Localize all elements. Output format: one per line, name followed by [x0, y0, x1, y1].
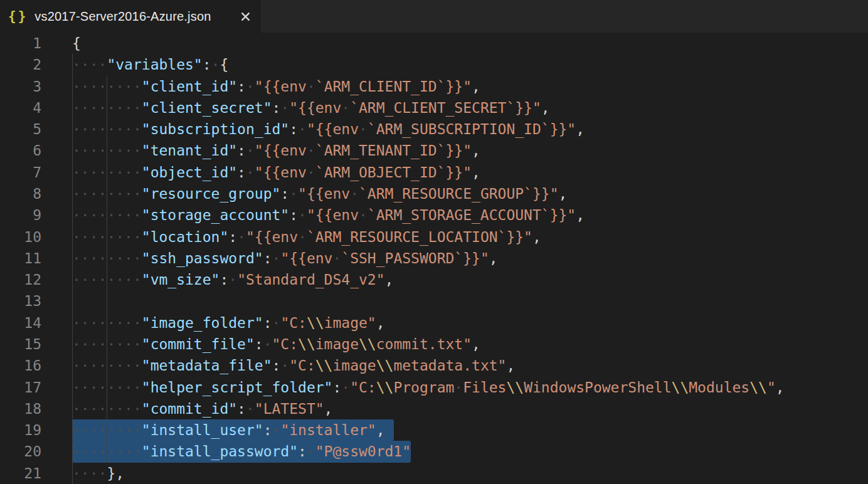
whitespace-dots: ········: [72, 271, 142, 288]
code-line[interactable]: 2····"variables":·{: [0, 54, 868, 75]
json-punctuation: ,: [472, 78, 480, 95]
whitespace-dots: ·: [341, 379, 350, 396]
json-escape: \\: [506, 379, 524, 396]
code-line-content: ········"client_id":·"{{env·`ARM_CLIENT_…: [72, 76, 480, 97]
code-line[interactable]: 12········"vm_size":·"Standard_DS4_v2",: [0, 269, 868, 290]
json-key: "image_folder": [142, 315, 263, 331]
line-number[interactable]: 7: [0, 162, 41, 183]
json-key: "object_id": [142, 164, 237, 181]
line-number[interactable]: 13: [0, 290, 41, 312]
whitespace-dots: ····: [72, 56, 107, 73]
whitespace-dots: ·: [280, 357, 289, 374]
json-key: "metadata_file": [142, 357, 272, 374]
line-number[interactable]: 2: [0, 54, 41, 75]
line-number[interactable]: 21: [0, 463, 41, 484]
json-string: `ARM_RESOURCE_GROUP`}}": [359, 186, 559, 202]
json-punctuation: :: [289, 121, 298, 137]
line-number[interactable]: 20: [0, 441, 41, 462]
json-punctuation: :: [220, 271, 228, 288]
whitespace-dots: ·: [246, 164, 255, 181]
json-escape: \\: [359, 336, 376, 352]
json-key: "helper_script_folder": [142, 379, 333, 396]
whitespace-dots: ········: [72, 121, 142, 137]
json-punctuation: :: [237, 401, 246, 417]
code-line-content: ········"location":·"{{env·`ARM_RESOURCE…: [72, 226, 541, 248]
json-string: metadata.txt": [393, 357, 506, 374]
whitespace-dots: ·: [332, 250, 341, 266]
code-line[interactable]: 21····},: [0, 463, 868, 484]
whitespace-dots: ········: [72, 142, 142, 159]
code-line[interactable]: 6········"tenant_id":·"{{env·`ARM_TENANT…: [0, 140, 868, 161]
line-number[interactable]: 9: [0, 204, 41, 226]
json-string: "LATEST": [255, 401, 324, 417]
json-punctuation: :: [272, 357, 281, 374]
tab-vs2017-server2016-azure[interactable]: {} vs2017-Server2016-Azure.json: [0, 0, 261, 33]
line-number[interactable]: 10: [0, 226, 41, 248]
line-number[interactable]: 8: [0, 183, 41, 204]
json-string: "C:: [272, 336, 299, 352]
code-line[interactable]: 20········"install_password":·"P@ssw0rd1…: [0, 441, 868, 462]
line-number[interactable]: 5: [0, 118, 41, 140]
code-line[interactable]: 15········"commit_file":·"C:\\image\\com…: [0, 334, 868, 355]
code-line[interactable]: 10········"location":·"{{env·`ARM_RESOUR…: [0, 226, 868, 248]
line-number[interactable]: 19: [0, 419, 41, 441]
code-line[interactable]: 16········"metadata_file":·"C:\\image\\m…: [0, 355, 868, 376]
line-number[interactable]: 18: [0, 398, 41, 419]
line-number[interactable]: 16: [0, 355, 41, 376]
json-string: image: [315, 336, 359, 352]
json-punctuation: :: [263, 315, 272, 331]
code-line[interactable]: 17········"helper_script_folder":·"C:\\P…: [0, 377, 868, 398]
code-line[interactable]: 13: [0, 290, 868, 312]
code-line[interactable]: 3········"client_id":·"{{env·`ARM_CLIENT…: [0, 76, 868, 97]
json-string: `ARM_OBJECT_ID`}}": [315, 164, 472, 181]
code-line[interactable]: 14········"image_folder":·"C:\\image",: [0, 312, 868, 334]
code-line[interactable]: 9········"storage_account":·"{{env·`ARM_…: [0, 204, 868, 226]
json-punctuation: :: [332, 379, 341, 396]
line-number[interactable]: 3: [0, 76, 41, 97]
line-number[interactable]: 14: [0, 312, 41, 334]
json-string: `SSH_PASSWORD`}}": [341, 250, 489, 266]
code-line[interactable]: 5········"subscription_id":·"{{env·`ARM_…: [0, 118, 868, 140]
line-number[interactable]: 15: [0, 334, 41, 355]
json-braces-icon: {}: [8, 9, 28, 24]
code-line[interactable]: 11········"ssh_password":·"{{env·`SSH_PA…: [0, 248, 868, 269]
code-line[interactable]: 19········"install_user":·"installer",: [0, 419, 868, 441]
json-string: image": [324, 315, 376, 331]
json-key: "install_user": [142, 422, 263, 438]
json-punctuation: ,: [776, 379, 785, 396]
line-number[interactable]: 1: [0, 33, 41, 54]
whitespace-dots: ········: [72, 78, 142, 95]
whitespace-dots: ····: [72, 465, 107, 481]
json-key: "subscription_id": [142, 121, 289, 137]
json-string: "{{env: [255, 142, 307, 159]
line-number[interactable]: 12: [0, 269, 41, 290]
whitespace-dots: ·: [307, 142, 315, 159]
line-number[interactable]: 6: [0, 140, 41, 161]
code-editor[interactable]: 1{2····"variables":·{3········"client_id…: [0, 33, 868, 484]
code-line[interactable]: 1{: [0, 33, 868, 54]
code-line-content: {: [72, 33, 81, 54]
json-string: "{{env: [298, 186, 350, 202]
close-icon[interactable]: [240, 11, 251, 22]
code-line[interactable]: 8········"resource_group":·"{{env·`ARM_R…: [0, 183, 868, 204]
json-punctuation: ,: [576, 121, 585, 137]
code-line-content: ········"tenant_id":·"{{env·`ARM_TENANT_…: [72, 140, 480, 161]
whitespace-dots: ········: [72, 422, 142, 438]
code-line[interactable]: 18········"commit_id":·"LATEST",: [0, 398, 868, 419]
json-string: "installer": [280, 422, 376, 438]
json-key: "client_id": [142, 78, 237, 95]
line-number[interactable]: 11: [0, 248, 41, 269]
line-number[interactable]: 17: [0, 377, 41, 398]
code-line[interactable]: 7········"object_id":·"{{env·`ARM_OBJECT…: [0, 162, 868, 183]
whitespace-dots: ·: [341, 100, 350, 116]
json-key: "vm_size": [142, 271, 220, 288]
line-number[interactable]: 4: [0, 97, 41, 118]
json-string: "C:: [280, 315, 307, 331]
whitespace-dots: ········: [72, 401, 142, 417]
code-line-content: ········"subscription_id":·"{{env·`ARM_S…: [72, 118, 585, 140]
whitespace-dots: ·: [298, 229, 307, 245]
json-string: Files: [463, 379, 506, 396]
code-line[interactable]: 4········"client_secret":·"{{env·`ARM_CL…: [0, 97, 868, 118]
whitespace-dots: ·: [289, 186, 298, 202]
json-punctuation: :: [255, 336, 263, 352]
